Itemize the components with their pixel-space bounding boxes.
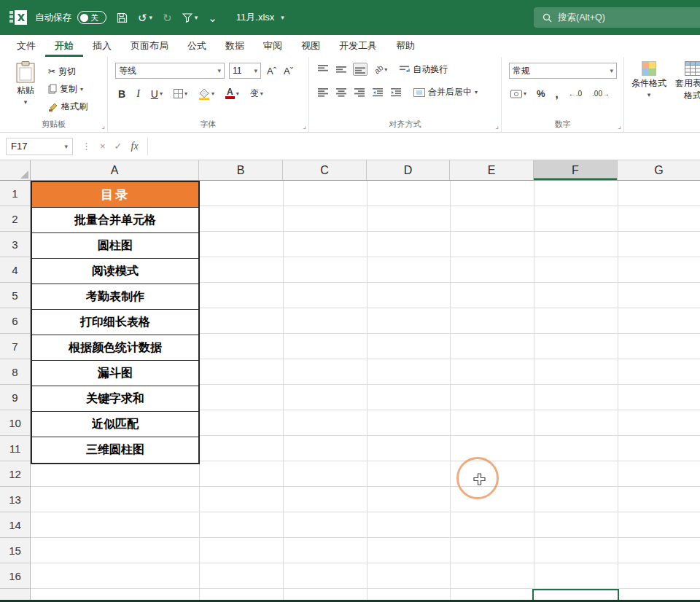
tab-insert[interactable]: 插入 <box>83 35 121 57</box>
table-item-cell[interactable]: 批量合并单元格 <box>32 208 198 233</box>
font-family-select[interactable]: 等线 ▾ <box>115 63 225 79</box>
clipboard-dialog-launcher[interactable]: ⌟ <box>101 122 105 130</box>
tab-file[interactable]: 文件 <box>7 35 45 57</box>
phonetic-guide-button[interactable]: 变 ▾ <box>249 86 265 101</box>
quick-access-more-icon[interactable]: ⌄ <box>208 12 217 23</box>
search-box[interactable]: 搜索(Alt+Q) <box>534 7 700 28</box>
row-header-14[interactable]: 14 <box>0 512 30 538</box>
row-header-9[interactable]: 9 <box>0 385 30 410</box>
align-top-button[interactable] <box>316 63 330 75</box>
tab-review[interactable]: 审阅 <box>254 35 292 57</box>
column-header-d[interactable]: D <box>367 160 450 180</box>
insert-function-icon[interactable]: fx <box>131 141 139 152</box>
fill-color-button[interactable]: ▾ <box>197 87 216 101</box>
increase-decimal-button[interactable]: ←.0 <box>567 88 583 99</box>
align-bottom-button[interactable] <box>353 63 368 76</box>
font-size-select[interactable]: 11 ▾ <box>229 63 261 79</box>
number-format-select[interactable]: 常规 ▾ <box>509 63 617 79</box>
bold-button[interactable]: B <box>117 87 127 101</box>
italic-button[interactable]: I <box>135 87 141 101</box>
alignment-dialog-launcher[interactable]: ⌟ <box>495 122 499 130</box>
conditional-formatting-button[interactable]: 条件格式 ▾ <box>630 61 668 98</box>
column-header-f[interactable]: F <box>534 160 618 180</box>
decrease-decimal-button[interactable]: .00→ <box>591 88 611 99</box>
tab-view[interactable]: 视图 <box>292 35 330 57</box>
increase-font-size-button[interactable]: Aˆ <box>265 64 278 78</box>
row-header-11[interactable]: 11 <box>0 436 30 461</box>
redo-icon[interactable]: ↻ <box>163 12 172 23</box>
increase-indent-button[interactable] <box>389 87 402 98</box>
row-header-1[interactable]: 1 <box>0 181 30 206</box>
column-header-g[interactable]: G <box>618 160 700 180</box>
underline-button[interactable]: U ▾ <box>149 87 164 101</box>
tab-page-layout[interactable]: 页面布局 <box>121 35 178 57</box>
table-item-cell[interactable]: 关键字求和 <box>32 386 198 412</box>
document-title[interactable]: 11月.xlsx ▾ <box>236 11 284 24</box>
cut-button[interactable]: ✂ 剪切 <box>48 64 76 79</box>
row-header-17-partial[interactable] <box>0 589 30 600</box>
cancel-entry-icon[interactable]: × <box>100 141 106 152</box>
row-header-12[interactable]: 12 <box>0 461 30 487</box>
active-cell-f17[interactable] <box>532 589 619 600</box>
align-middle-button[interactable] <box>335 63 348 75</box>
table-item-cell[interactable]: 近似匹配 <box>32 412 198 437</box>
decrease-font-size-button[interactable]: Aˇ <box>282 64 295 78</box>
row-header-10[interactable]: 10 <box>0 410 30 436</box>
tab-developer[interactable]: 开发工具 <box>330 35 386 57</box>
number-dialog-launcher[interactable]: ⌟ <box>618 122 621 130</box>
tab-help[interactable]: 帮助 <box>386 35 424 57</box>
undo-dropdown-icon[interactable]: ▾ <box>149 14 153 21</box>
save-icon[interactable] <box>117 12 128 23</box>
accounting-format-button[interactable]: ▾ <box>509 88 528 100</box>
confirm-entry-icon[interactable]: ✓ <box>114 141 122 152</box>
excel-logo-icon[interactable] <box>9 9 28 26</box>
decrease-indent-button[interactable] <box>371 87 384 98</box>
column-header-b[interactable]: B <box>199 160 283 180</box>
merge-center-button[interactable]: 合并后居中 ▾ <box>413 86 478 98</box>
autosave-toggle[interactable]: 关 <box>77 11 106 24</box>
column-header-e[interactable]: E <box>450 160 534 180</box>
table-item-cell[interactable]: 圆柱图 <box>32 233 198 259</box>
name-box[interactable]: F17 ▾ <box>6 138 73 155</box>
table-item-cell[interactable]: 根据颜色统计数据 <box>32 335 198 361</box>
undo-icon[interactable]: ↺ <box>138 12 147 23</box>
row-header-6[interactable]: 6 <box>0 308 30 334</box>
formula-bar-handle-icon[interactable]: ⋮ <box>82 141 91 152</box>
table-item-cell[interactable]: 漏斗图 <box>32 361 198 386</box>
row-header-4[interactable]: 4 <box>0 257 30 283</box>
align-center-button[interactable] <box>335 87 348 98</box>
orientation-button[interactable]: ab ▾ <box>373 63 389 75</box>
format-painter-button[interactable]: 格式刷 <box>48 99 88 114</box>
paste-button[interactable]: 粘贴 ▾ <box>9 61 42 106</box>
tab-formulas[interactable]: 公式 <box>178 35 216 57</box>
filter-icon[interactable] <box>182 13 192 23</box>
percent-style-button[interactable]: % <box>535 87 547 101</box>
table-item-cell[interactable]: 阅读模式 <box>32 259 198 284</box>
borders-button[interactable]: ▾ <box>172 87 189 100</box>
row-header-2[interactable]: 2 <box>0 206 30 232</box>
align-left-button[interactable] <box>316 87 330 98</box>
filter-dropdown-icon[interactable]: ▾ <box>195 14 198 21</box>
table-title-cell[interactable]: 目录 <box>32 182 198 208</box>
copy-button[interactable]: 复制 ▾ <box>48 82 83 96</box>
row-header-16[interactable]: 16 <box>0 563 30 589</box>
align-right-button[interactable] <box>353 87 366 98</box>
format-as-table-button[interactable]: 套用表格格式 <box>672 61 700 102</box>
table-item-cell[interactable]: 考勤表制作 <box>32 284 198 310</box>
table-item-cell[interactable]: 打印细长表格 <box>32 310 198 335</box>
tab-data[interactable]: 数据 <box>216 35 254 57</box>
row-header-13[interactable]: 13 <box>0 487 30 512</box>
row-header-7[interactable]: 7 <box>0 334 30 359</box>
font-color-button[interactable]: A ▾ <box>224 87 241 101</box>
column-header-a[interactable]: A <box>31 160 199 180</box>
select-all-corner[interactable] <box>0 160 31 180</box>
tab-home[interactable]: 开始 <box>45 35 83 57</box>
column-header-c[interactable]: C <box>283 160 367 180</box>
font-dialog-launcher[interactable]: ⌟ <box>303 122 306 130</box>
row-header-8[interactable]: 8 <box>0 359 30 385</box>
row-header-5[interactable]: 5 <box>0 283 30 308</box>
table-item-cell[interactable]: 三维圆柱图 <box>32 437 198 463</box>
row-header-15[interactable]: 15 <box>0 538 30 563</box>
row-header-3[interactable]: 3 <box>0 232 30 257</box>
comma-style-button[interactable]: , <box>554 86 560 101</box>
